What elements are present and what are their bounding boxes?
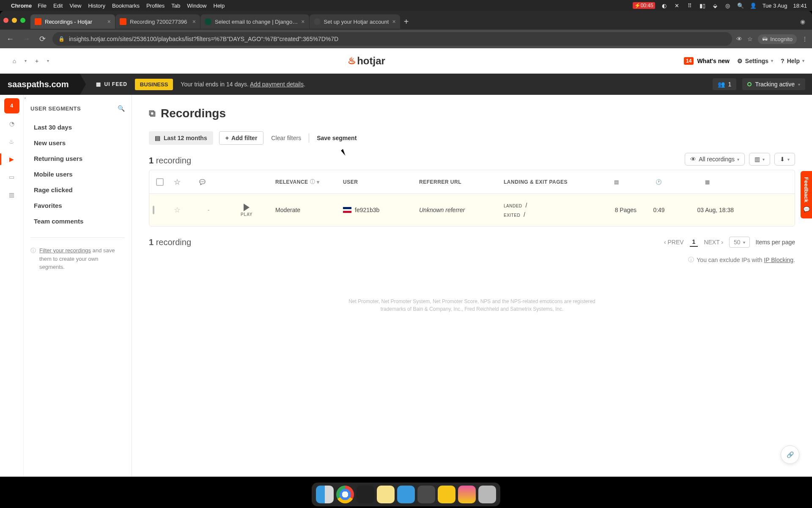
row-checkbox[interactable] — [153, 206, 154, 214]
menubar-time[interactable]: 18:41 — [793, 3, 807, 9]
rail-dashboard-icon[interactable]: ◔ — [4, 116, 19, 131]
menu-profiles[interactable]: Profiles — [146, 3, 165, 9]
tab-close-icon[interactable]: × — [107, 18, 111, 25]
new-button[interactable]: + — [30, 54, 44, 68]
rail-heatmaps-icon[interactable]: ♨ — [4, 134, 19, 149]
rail-feedback-icon[interactable]: ▭ — [4, 169, 19, 185]
page-number[interactable]: 1 — [690, 237, 698, 247]
rail-notifications[interactable]: 4 — [4, 98, 19, 113]
users-button[interactable]: 👥 1 — [713, 78, 737, 90]
star-header-icon[interactable]: ☆ — [174, 177, 181, 187]
download-button[interactable]: ⬇ ▾ — [774, 153, 795, 166]
forward-button[interactable]: → — [20, 35, 32, 44]
row-user[interactable]: fe921b3b — [340, 207, 416, 213]
tab-close-icon[interactable]: × — [301, 18, 304, 25]
date-filter-chip[interactable]: ▤ Last 12 months — [149, 131, 213, 145]
dock-chrome[interactable] — [336, 486, 354, 503]
chrome-menu-icon[interactable]: ⋮ — [802, 36, 808, 42]
clear-filters-button[interactable]: Clear filters — [269, 135, 303, 141]
dock-activity[interactable] — [417, 486, 435, 503]
menu-tab[interactable]: Tab — [171, 3, 180, 9]
spotlight-icon[interactable]: 🔍 — [737, 2, 744, 9]
table-row[interactable]: ☆ - PLAY Moderate fe921b3b — [149, 194, 795, 226]
pages-header-icon[interactable]: ▤ — [614, 179, 619, 185]
segment-favorites[interactable]: Favorites — [30, 198, 125, 213]
col-landing[interactable]: LANDING & EXIT PAGES — [504, 179, 568, 185]
battery-icon[interactable]: ▮▯ — [699, 2, 706, 9]
share-link-fab[interactable]: 🔗 — [781, 445, 799, 464]
user-icon[interactable]: 👤 — [750, 2, 757, 9]
new-tab-button[interactable]: + — [404, 17, 409, 27]
col-user[interactable]: USER — [343, 179, 358, 185]
wifi-icon[interactable]: ⬙ — [712, 2, 719, 9]
dock-finder[interactable] — [316, 486, 334, 503]
add-payment-link[interactable]: Add payment details — [250, 81, 304, 88]
prev-button[interactable]: ‹ PREV — [664, 239, 684, 246]
all-recordings-dropdown[interactable]: 👁 All recordings ▾ — [685, 153, 745, 166]
search-icon[interactable]: 🔍 — [118, 105, 125, 112]
eye-off-icon[interactable]: 👁 — [736, 36, 742, 42]
per-page-select[interactable]: 50 ▾ — [729, 237, 750, 248]
tray-icon-1[interactable]: ◐ — [661, 2, 668, 9]
ip-blocking-link[interactable]: IP Blocking — [764, 257, 793, 263]
rail-surveys-icon[interactable]: ▥ — [4, 187, 19, 202]
whats-new-button[interactable]: 14 What's new — [684, 57, 730, 65]
window-maximize[interactable] — [20, 18, 25, 23]
tab-2[interactable]: Select email to change | Django… × — [200, 14, 309, 29]
back-button[interactable]: ← — [4, 35, 16, 44]
incognito-badge[interactable]: 🕶 Incognito — [758, 34, 797, 44]
segment-returning-users[interactable]: Returning users — [30, 151, 125, 166]
col-relevance[interactable]: RELEVANCE — [275, 179, 308, 185]
settings-button[interactable]: ⚙ Settings ▾ — [737, 58, 773, 64]
segment-last-30-days[interactable]: Last 30 days — [30, 119, 125, 135]
menu-window[interactable]: Window — [187, 3, 206, 9]
comment-header-icon[interactable]: 💬 — [199, 179, 206, 185]
menubar-date[interactable]: Tue 3 Aug — [763, 3, 787, 9]
dock-image[interactable] — [458, 486, 476, 503]
filter-recordings-link[interactable]: Filter your recordings — [39, 247, 91, 254]
chevron-down-icon[interactable]: ▾ — [47, 58, 49, 63]
org-switcher-icon[interactable]: ⌂ — [8, 54, 21, 68]
feedback-tab[interactable]: Feedback 💬 — [801, 171, 812, 218]
address-bar[interactable]: 🔒 insights.hotjar.com/sites/2536100/play… — [52, 32, 732, 46]
duration-header-icon[interactable]: 🕐 — [656, 179, 662, 185]
menubar-app[interactable]: Chrome — [11, 3, 32, 9]
uifeed-button[interactable]: ▦ UI FEED — [96, 81, 127, 87]
row-star-icon[interactable]: ☆ — [174, 206, 181, 214]
help-button[interactable]: ? Help ▾ — [781, 58, 804, 64]
date-header-icon[interactable]: ▦ — [705, 179, 710, 185]
dock-preview[interactable] — [397, 486, 415, 503]
dock-terminal[interactable] — [357, 486, 374, 503]
save-segment-button[interactable]: Save segment — [315, 135, 358, 141]
next-button[interactable]: NEXT › — [704, 239, 723, 246]
window-minimize[interactable] — [12, 18, 17, 23]
tab-0[interactable]: Recordings - Hotjar × — [30, 14, 115, 29]
chevron-down-icon[interactable]: ▾ — [25, 58, 27, 63]
menu-help[interactable]: Help — [214, 3, 225, 9]
control-center-icon[interactable]: ◎ — [724, 2, 731, 9]
tab-close-icon[interactable]: × — [392, 18, 395, 25]
tray-icon-3[interactable]: ⠿ — [686, 2, 693, 9]
site-name[interactable]: saaspaths.com — [0, 74, 80, 95]
incognito-indicator-icon[interactable]: ◉ — [800, 18, 805, 25]
dock-trash[interactable] — [478, 486, 496, 503]
tab-1[interactable]: Recording 7200277396 × — [115, 14, 200, 29]
dock-folder[interactable] — [438, 486, 455, 503]
segment-new-users[interactable]: New users — [30, 135, 125, 151]
rail-recordings-icon[interactable]: ▶ — [4, 152, 19, 167]
select-all-checkbox[interactable] — [156, 178, 164, 186]
tray-icon-2[interactable]: ✕ — [674, 2, 680, 9]
tracking-status-button[interactable]: Tracking active ▾ — [742, 78, 805, 90]
tab-close-icon[interactable]: × — [192, 18, 196, 25]
add-filter-button[interactable]: + Add filter — [219, 131, 264, 145]
menu-history[interactable]: History — [88, 3, 105, 9]
bookmark-star-icon[interactable]: ☆ — [747, 36, 753, 42]
expand-rail-icon[interactable]: › — [25, 96, 26, 100]
play-button[interactable]: PLAY — [225, 204, 269, 217]
lock-icon[interactable]: 🔒 — [58, 36, 65, 42]
menu-bookmarks[interactable]: Bookmarks — [112, 3, 140, 9]
info-icon[interactable]: ⓘ — [310, 178, 315, 185]
columns-button[interactable]: ▥ ▾ — [749, 153, 770, 166]
window-close[interactable] — [3, 18, 8, 23]
sort-icon[interactable]: ▾ — [317, 179, 320, 185]
